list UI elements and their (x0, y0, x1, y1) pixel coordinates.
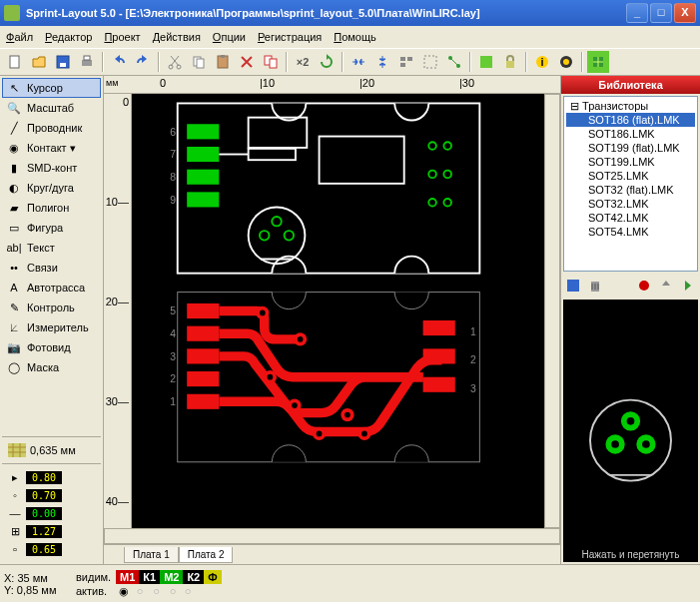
lib-next-button[interactable] (678, 276, 698, 296)
svg-text:1: 1 (470, 326, 476, 337)
tool-smd[interactable]: ▮SMD-конт (2, 158, 101, 178)
svg-rect-16 (424, 56, 436, 68)
tool-mask[interactable]: ◯Маска (2, 357, 101, 377)
x2-button[interactable]: ×2 (292, 51, 314, 73)
lib-item[interactable]: SOT42.LMK (566, 211, 695, 225)
tool-contact[interactable]: ◉Контакт ▾ (2, 138, 101, 158)
param-value-3[interactable]: 1.27 (26, 525, 62, 538)
info-button[interactable]: i (531, 51, 553, 73)
close-button[interactable]: X (674, 3, 696, 23)
lib-item[interactable]: SOT54.LMK (566, 225, 695, 239)
group-button[interactable] (419, 51, 441, 73)
scrollbar-horizontal[interactable] (104, 528, 560, 544)
paste-button[interactable] (212, 51, 234, 73)
maximize-button[interactable]: □ (650, 3, 672, 23)
window-title: Sprint-Layout 5.0 - [E:\Электроника\Прог… (26, 7, 626, 19)
lib-save-button[interactable] (563, 276, 583, 296)
undo-button[interactable] (108, 51, 130, 73)
open-button[interactable] (28, 51, 50, 73)
lib-item[interactable]: SOT186.LMK (566, 127, 695, 141)
print-button[interactable] (76, 51, 98, 73)
library-preview[interactable]: Нажать и перетянуть (563, 300, 698, 562)
new-button[interactable] (4, 51, 26, 73)
menu-Регистрация[interactable]: Регистрация (258, 31, 322, 43)
layer-indicator[interactable]: видим. М1 К1 М2 К2 Ф актив. ◉ ○ ○ ○ ○ (72, 570, 226, 598)
tool-arc[interactable]: ◐Круг/дуга (2, 178, 101, 198)
lib-item[interactable]: SOT25.LMK (566, 169, 695, 183)
svg-point-46 (428, 171, 436, 179)
menu-Действия[interactable]: Действия (153, 31, 201, 43)
menu-Проект[interactable]: Проект (104, 31, 140, 43)
svg-point-88 (642, 440, 650, 448)
svg-text:1: 1 (170, 396, 176, 407)
tool-measure[interactable]: ⟀Измеритель (2, 317, 101, 337)
param-icon-0: ▸ (8, 470, 22, 484)
cut-button[interactable] (164, 51, 186, 73)
tool-text[interactable]: ab|Текст (2, 238, 101, 258)
tab-1[interactable]: Плата 2 (179, 547, 234, 563)
tool-poly[interactable]: ▰Полигон (2, 198, 101, 218)
connections-button[interactable] (443, 51, 465, 73)
lib-item[interactable]: SOT186 (flat).LMK (566, 113, 695, 127)
lock-button[interactable] (499, 51, 521, 73)
rotate-button[interactable] (316, 51, 338, 73)
fill-button[interactable] (475, 51, 497, 73)
param-value-2[interactable]: 0.00 (26, 507, 62, 520)
redo-button[interactable] (132, 51, 154, 73)
menu-Опции[interactable]: Опции (213, 31, 246, 43)
lib-folder[interactable]: ⊟ Транзисторы (566, 99, 695, 113)
lib-item[interactable]: SOT32 (flat).LMK (566, 183, 695, 197)
view-button[interactable] (555, 51, 577, 73)
grid-icon (8, 443, 26, 457)
svg-rect-51 (187, 303, 219, 318)
menu-Помощь[interactable]: Помощь (334, 31, 376, 43)
scan-button[interactable] (587, 51, 609, 73)
tool-photo[interactable]: 📷Фотовид (2, 337, 101, 357)
scrollbar-vertical[interactable] (544, 94, 560, 528)
svg-rect-31 (187, 192, 219, 207)
tool-check[interactable]: ✎Контроль (2, 298, 101, 317)
tool-conn[interactable]: ••Связи (2, 258, 101, 278)
board-tabs: Плата 1Плата 2 (104, 544, 560, 564)
tool-auto[interactable]: AАвтотрасса (2, 278, 101, 298)
svg-point-43 (272, 217, 281, 226)
align-button[interactable] (395, 51, 417, 73)
mask-icon: ◯ (7, 360, 21, 374)
svg-point-41 (260, 231, 269, 240)
mirror-v-button[interactable] (371, 51, 393, 73)
param-value-1[interactable]: 0.70 (26, 489, 62, 502)
lib-item[interactable]: SOT199 (flat).LMK (566, 141, 695, 155)
param-value-4[interactable]: 0.65 (26, 543, 62, 556)
pcb-canvas[interactable]: 6 7 8 9 (132, 94, 544, 528)
svg-text:4: 4 (170, 328, 176, 339)
library-tree[interactable]: ⊟ ТранзисторыSOT186 (flat).LMKSOT186.LMK… (563, 96, 698, 272)
lib-record-button[interactable] (634, 276, 654, 296)
menu-Редактор[interactable]: Редактор (45, 31, 92, 43)
lib-up-button[interactable] (656, 276, 676, 296)
lib-delete-button[interactable] (585, 276, 605, 296)
lib-item[interactable]: SOT199.LMK (566, 155, 695, 169)
tool-track[interactable]: ╱Проводник (2, 118, 101, 138)
tool-zoom[interactable]: 🔍Масштаб (2, 98, 101, 118)
library-toolbar (561, 274, 700, 298)
param-value-0[interactable]: 0.80 (26, 471, 62, 484)
duplicate-button[interactable] (260, 51, 282, 73)
svg-rect-29 (187, 147, 219, 162)
copy-button[interactable] (188, 51, 210, 73)
delete-button[interactable] (236, 51, 258, 73)
save-button[interactable] (52, 51, 74, 73)
tool-cursor[interactable]: ↖Курсор (2, 78, 101, 98)
minimize-button[interactable]: _ (626, 3, 648, 23)
svg-point-90 (627, 417, 635, 425)
lib-item[interactable]: SOT32.LMK (566, 197, 695, 211)
svg-point-48 (428, 199, 436, 207)
tool-shape[interactable]: ▭Фигура (2, 218, 101, 238)
library-panel: Библиотека ⊟ ТранзисторыSOT186 (flat).LM… (560, 76, 700, 564)
menu-Файл[interactable]: Файл (6, 31, 33, 43)
svg-rect-19 (480, 56, 492, 68)
main-toolbar: ×2 i (0, 48, 700, 76)
mirror-h-button[interactable] (348, 51, 369, 73)
svg-point-47 (443, 171, 451, 179)
tab-0[interactable]: Плата 1 (124, 547, 179, 563)
grid-value[interactable]: 0,635 мм (30, 444, 76, 456)
